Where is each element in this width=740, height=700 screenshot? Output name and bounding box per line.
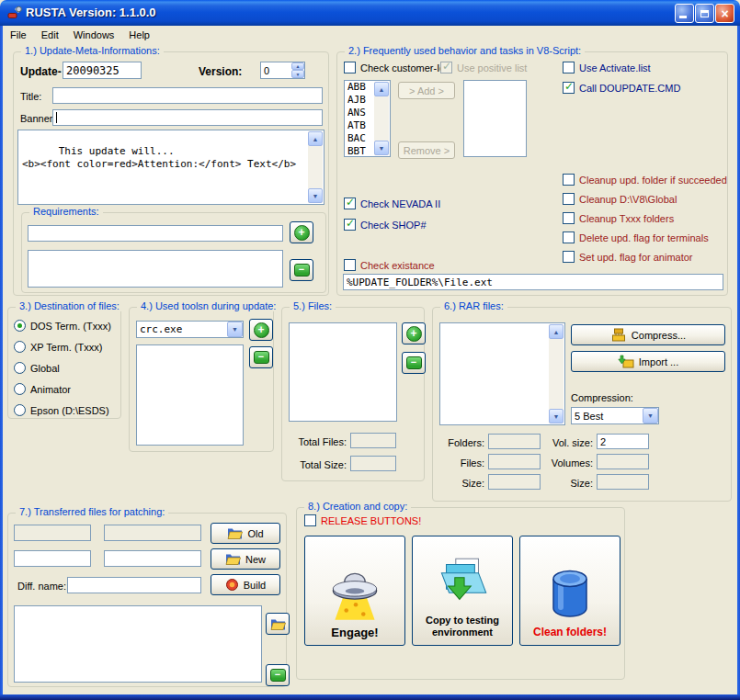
compression-combo[interactable]: ▼ bbox=[571, 407, 659, 424]
scroll-down-icon[interactable]: ▼ bbox=[308, 188, 323, 203]
group-legend: Requirements: bbox=[29, 206, 103, 217]
build-label: Build bbox=[244, 580, 266, 591]
vol-size-field[interactable] bbox=[597, 434, 649, 449]
scroll-up-icon[interactable]: ▲ bbox=[374, 82, 389, 96]
tool-combo[interactable]: ▼ bbox=[136, 321, 244, 338]
rar-scrollbar[interactable]: ▲ ▼ bbox=[549, 324, 564, 423]
maximize-button[interactable] bbox=[695, 4, 714, 23]
clean-folders-button[interactable]: Clean folders! bbox=[519, 536, 620, 646]
title-field[interactable] bbox=[52, 87, 323, 104]
delete-flag-checkbox[interactable]: Delete upd. flag for terminals bbox=[563, 231, 709, 243]
customer-id-checkbox[interactable]: Check customer-Id bbox=[344, 62, 445, 73]
doupdate-checkbox[interactable]: Call DOUPDATE.CMD bbox=[563, 82, 680, 94]
spin-down-button[interactable]: ▼ bbox=[291, 70, 304, 78]
checkbox-box bbox=[304, 514, 316, 526]
set-flag-checkbox[interactable]: Set upd. flag for animator bbox=[563, 251, 693, 263]
checkbox-box bbox=[344, 259, 356, 271]
nevada-checkbox[interactable]: Check NEVADA II bbox=[344, 198, 440, 209]
existance-path-field[interactable] bbox=[343, 274, 723, 290]
existance-checkbox[interactable]: Check existance bbox=[344, 259, 435, 271]
checkbox-box bbox=[344, 219, 356, 231]
radio-animator[interactable]: Animator bbox=[14, 383, 71, 395]
list-item[interactable]: ABB bbox=[345, 81, 375, 94]
radio-dos-term[interactable]: DOS Term. (Txxx) bbox=[14, 320, 111, 332]
remove-icon: − bbox=[254, 351, 269, 364]
patch-old-file-field bbox=[14, 525, 91, 541]
close-button[interactable]: × bbox=[715, 4, 734, 23]
update-field[interactable] bbox=[63, 62, 142, 79]
requirement-remove-button[interactable]: − bbox=[290, 259, 313, 281]
files-add-button[interactable]: + bbox=[402, 322, 426, 344]
patch-folder-button[interactable] bbox=[266, 613, 290, 635]
requirements-input[interactable] bbox=[28, 225, 283, 242]
menu-edit[interactable]: Edit bbox=[34, 28, 66, 42]
activate-list-checkbox[interactable]: Use Activate.list bbox=[563, 62, 651, 73]
selected-customer-list[interactable] bbox=[463, 80, 527, 157]
engage-button[interactable]: Engage! bbox=[304, 536, 405, 646]
radio-global[interactable]: Global bbox=[14, 362, 60, 374]
scroll-down-icon[interactable]: ▼ bbox=[374, 141, 389, 155]
customer-id-scrollbar[interactable]: ▲ ▼ bbox=[374, 82, 389, 155]
banner-field[interactable] bbox=[52, 109, 323, 126]
version-spinner[interactable]: ▲ ▼ bbox=[260, 62, 305, 79]
diff-name-field[interactable] bbox=[67, 577, 201, 593]
files-list[interactable] bbox=[289, 322, 397, 422]
patch-new-path-field[interactable] bbox=[104, 550, 201, 567]
list-item[interactable]: ANS bbox=[345, 107, 375, 119]
compress-button[interactable]: Compress... bbox=[571, 324, 725, 345]
menu-help[interactable]: Help bbox=[121, 28, 157, 42]
size2-label: Size: bbox=[551, 478, 593, 489]
group-requirements: Requirements: + − bbox=[21, 212, 326, 293]
patch-remove-button[interactable]: − bbox=[266, 664, 290, 686]
minimize-button[interactable] bbox=[675, 4, 694, 23]
add-customer-button[interactable]: > Add > bbox=[398, 82, 455, 99]
cleanup-global-checkbox[interactable]: Cleanup D:\V8\Global bbox=[563, 193, 677, 205]
dropdown-icon[interactable]: ▼ bbox=[643, 408, 658, 423]
tool-remove-button[interactable]: − bbox=[249, 346, 273, 368]
text-caret bbox=[56, 112, 57, 123]
list-item[interactable]: AJB bbox=[345, 94, 375, 107]
tool-add-button[interactable]: + bbox=[249, 319, 273, 341]
tool-list[interactable] bbox=[136, 344, 244, 446]
scroll-up-icon[interactable]: ▲ bbox=[549, 324, 564, 339]
folder-icon bbox=[225, 553, 241, 565]
files-remove-button[interactable]: − bbox=[402, 352, 426, 374]
requirement-add-button[interactable]: + bbox=[290, 221, 313, 243]
rar-list[interactable]: ▲ ▼ bbox=[439, 322, 565, 425]
radio-epson[interactable]: Epson (D:\ESDS) bbox=[14, 404, 109, 416]
titlebar[interactable]: RUSTA Version: 1.1.0.0 × bbox=[0, 0, 740, 26]
scroll-down-icon[interactable]: ▼ bbox=[549, 409, 564, 423]
menu-file[interactable]: File bbox=[3, 28, 34, 42]
cleanup-folder-checkbox[interactable]: Cleanup upd. folder if succeeded bbox=[563, 174, 727, 186]
checkbox-box bbox=[563, 62, 575, 73]
cleanup-txxx-checkbox[interactable]: Cleanup Txxx folders bbox=[563, 212, 674, 224]
shop-checkbox[interactable]: Check SHOP# bbox=[344, 219, 427, 231]
dropdown-icon[interactable]: ▼ bbox=[227, 322, 243, 337]
menu-windows[interactable]: Windows bbox=[66, 28, 122, 42]
positive-list-checkbox[interactable]: Use positive list bbox=[440, 62, 527, 73]
release-buttons-checkbox[interactable]: RELEASE BUTTONS! bbox=[304, 514, 421, 526]
patch-notes-textarea[interactable] bbox=[14, 605, 262, 683]
compress-icon bbox=[610, 328, 627, 342]
list-item[interactable]: BBT bbox=[345, 145, 375, 157]
scroll-up-icon[interactable]: ▲ bbox=[308, 131, 323, 146]
copy-testing-button[interactable]: Copy to testing environment bbox=[412, 536, 513, 646]
remove-customer-button[interactable]: Remove > bbox=[398, 141, 455, 159]
list-item[interactable]: ATB bbox=[345, 119, 375, 132]
import-button[interactable]: Import ... bbox=[571, 351, 725, 372]
old-button[interactable]: Old bbox=[211, 523, 280, 544]
description-text: This update will... <b><font color=red>A… bbox=[22, 145, 296, 170]
build-button[interactable]: Build bbox=[211, 574, 280, 595]
new-button[interactable]: New bbox=[211, 548, 280, 570]
description-textarea[interactable]: This update will... <b><font color=red>A… bbox=[17, 130, 324, 205]
radio-xp-term[interactable]: XP Term. (Txxx) bbox=[14, 341, 102, 353]
remove-icon: − bbox=[294, 264, 310, 277]
list-item[interactable]: BAC bbox=[345, 132, 375, 145]
description-scrollbar[interactable]: ▲ ▼ bbox=[308, 131, 323, 203]
patch-new-file-field[interactable] bbox=[14, 550, 91, 567]
spin-up-button[interactable]: ▲ bbox=[291, 62, 304, 70]
volumes-field bbox=[597, 454, 649, 469]
radio-dot bbox=[14, 404, 26, 416]
requirements-list[interactable] bbox=[28, 250, 283, 288]
customer-id-list[interactable]: ABB AJB ANS ATB BAC BBT ▲ ▼ bbox=[344, 80, 391, 157]
